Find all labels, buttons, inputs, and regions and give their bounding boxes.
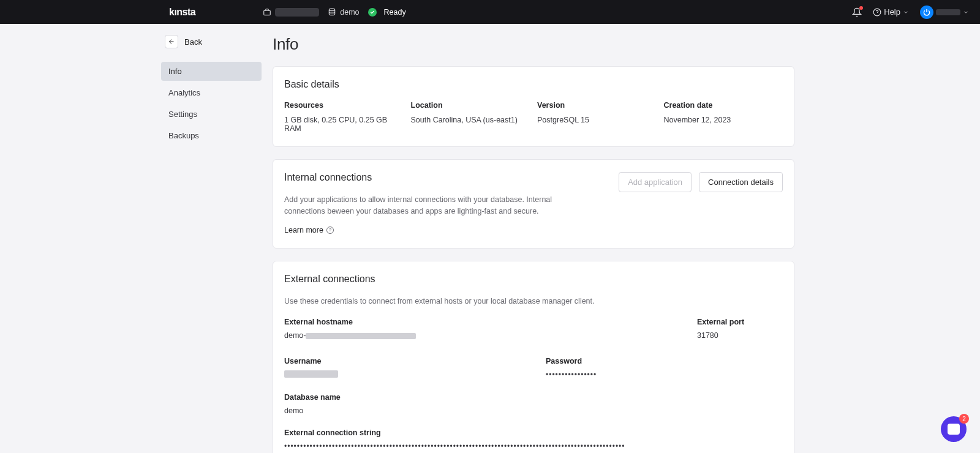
topbar: kınsta demo Ready Help <box>0 0 980 24</box>
sidebar-item-settings[interactable]: Settings <box>161 105 262 124</box>
sidebar-item-label: Analytics <box>168 88 200 97</box>
connection-details-button[interactable]: Connection details <box>699 172 783 192</box>
breadcrumb-status: Ready <box>368 8 406 17</box>
learn-more-label: Learn more <box>284 226 323 234</box>
arrow-left-icon <box>168 38 175 45</box>
sidebar-item-analytics[interactable]: Analytics <box>161 83 262 102</box>
card-title: Internal connections <box>284 172 619 183</box>
connection-string-value: ••••••••••••••••••••••••••••••••••••••••… <box>284 442 627 453</box>
external-hostname-label: External hostname <box>284 318 685 326</box>
database-icon <box>328 8 336 17</box>
location-value: South Carolina, USA (us-east1) <box>411 116 530 124</box>
external-port-label: External port <box>697 318 783 326</box>
chat-badge: 2 <box>959 414 969 424</box>
avatar <box>920 6 933 19</box>
status-text: Ready <box>384 8 406 17</box>
sidebar-item-label: Info <box>168 67 182 76</box>
power-icon <box>923 9 930 16</box>
username-label: Username <box>284 357 533 365</box>
card-title: External connections <box>284 274 783 285</box>
sidebar-item-label: Settings <box>168 110 197 119</box>
external-hostname-value: demo- <box>284 331 685 340</box>
briefcase-icon <box>263 8 271 17</box>
breadcrumb-db[interactable]: demo <box>328 8 359 17</box>
brand-logo[interactable]: kınsta <box>169 7 195 18</box>
add-application-button[interactable]: Add application <box>619 172 692 192</box>
external-port-value: 31780 <box>697 331 783 340</box>
creation-date-label: Creation date <box>664 101 783 110</box>
page-title: Info <box>273 35 794 54</box>
redacted-username <box>936 9 960 15</box>
database-name-label: Database name <box>284 393 783 402</box>
sidebar-item-backups[interactable]: Backups <box>161 126 262 145</box>
version-value: PostgreSQL 15 <box>537 116 657 124</box>
creation-date-value: November 12, 2023 <box>664 116 783 124</box>
database-name-value: demo <box>284 406 783 415</box>
password-label: Password <box>546 357 783 365</box>
connection-string-label: External connection string <box>284 429 783 437</box>
learn-more-link[interactable]: Learn more ? <box>284 226 619 234</box>
redacted-company <box>275 8 319 17</box>
sidebar-item-label: Backups <box>168 131 199 140</box>
back-label[interactable]: Back <box>184 37 202 47</box>
chat-icon <box>948 424 960 435</box>
sidebar-item-info[interactable]: Info <box>161 62 262 81</box>
resources-value: 1 GB disk, 0.25 CPU, 0.25 GB RAM <box>284 116 404 133</box>
breadcrumb-db-name: demo <box>340 8 359 17</box>
card-description: Add your applications to allow internal … <box>284 194 578 217</box>
location-label: Location <box>411 101 530 110</box>
main-content: Info Basic details Resources 1 GB disk, … <box>273 35 794 453</box>
chevron-down-icon <box>963 9 969 15</box>
sidebar: Back Info Analytics Settings Backups <box>0 35 273 453</box>
chat-widget[interactable]: 2 <box>941 416 967 442</box>
svg-rect-0 <box>264 10 271 15</box>
resources-label: Resources <box>284 101 404 110</box>
username-value <box>284 370 533 380</box>
notification-dot <box>859 6 863 10</box>
chevron-down-icon <box>903 9 909 15</box>
basic-details-card: Basic details Resources 1 GB disk, 0.25 … <box>273 66 794 147</box>
external-connections-card: External connections Use these credentia… <box>273 261 794 454</box>
password-value: •••••••••••••••• <box>546 370 783 379</box>
help-circle-icon <box>873 8 881 17</box>
svg-point-1 <box>330 9 335 10</box>
breadcrumb-company[interactable] <box>263 8 319 17</box>
redacted-hostname <box>306 333 416 339</box>
help-circle-icon: ? <box>326 226 334 234</box>
back-button[interactable] <box>165 35 178 48</box>
help-label: Help <box>884 7 900 17</box>
user-menu[interactable] <box>920 6 969 19</box>
redacted-username-value <box>284 370 338 378</box>
internal-connections-card: Internal connections Add your applicatio… <box>273 159 794 249</box>
help-menu[interactable]: Help <box>873 7 909 17</box>
status-check-icon <box>368 8 377 17</box>
notifications-button[interactable] <box>852 7 862 17</box>
version-label: Version <box>537 101 657 110</box>
card-title: Basic details <box>284 79 783 90</box>
card-description: Use these credentials to connect from ex… <box>284 296 783 307</box>
